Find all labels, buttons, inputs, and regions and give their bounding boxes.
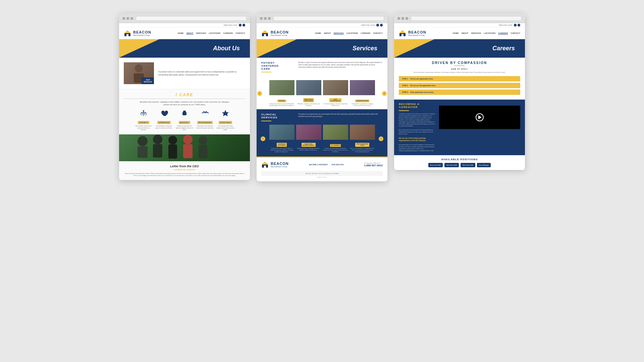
step-2-text: Fill out our full application form. <box>410 84 436 86</box>
services-carousel-1: ‹ TRAINING Training and assistance in do… <box>257 77 387 109</box>
video-player[interactable] <box>439 106 520 129</box>
mission-description: To provide homes for vulnerable adults a… <box>158 70 245 76</box>
svg-rect-22 <box>183 144 193 158</box>
services-logo[interactable]: BEACON Specialized Living <box>261 29 289 37</box>
svg-point-19 <box>168 136 177 144</box>
logo-text-group: BEACON Specialized Living <box>133 31 151 36</box>
svg-point-23 <box>199 136 207 145</box>
svg-point-3 <box>135 64 143 72</box>
facebook-icon[interactable]: f <box>239 24 241 26</box>
services-addressbar[interactable] <box>273 16 384 21</box>
careers-twitter-icon[interactable]: t <box>518 24 520 26</box>
careers-nav-about[interactable]: ABOUT <box>462 32 469 34</box>
svg-point-21 <box>183 135 193 144</box>
footer-phone[interactable]: 1.888.527.0012 <box>364 164 383 167</box>
careers-addressbar[interactable] <box>411 16 522 21</box>
step-2-num: STEP 2. <box>402 84 409 86</box>
services-twitter-icon[interactable]: t <box>380 24 383 26</box>
about-nav-links: HOME ABOUT SERVICES LOCATIONS CAREERS CO… <box>178 32 245 34</box>
svg-marker-1 <box>124 30 131 33</box>
employee-login-text[interactable]: EMPLOYEE LOGIN <box>224 24 237 26</box>
mission-image: OURMISSION <box>124 62 154 84</box>
caregiver-cta: If you like people, are caring & empathe… <box>399 144 436 152</box>
services-nav-contact[interactable]: CONTACT <box>373 32 383 34</box>
careers-nav-home[interactable]: HOME <box>453 32 459 34</box>
position-direct-care-1[interactable]: Direct Care Staff <box>428 163 443 167</box>
services-beacon-name: BEACON <box>271 31 289 34</box>
footer-become-resident[interactable]: BECOME A RESIDENT <box>309 164 328 166</box>
driven-section: DRIVEN BY COMPASSION HOW TO APPLY We are… <box>394 58 525 100</box>
careers-hero-title: Careers <box>492 45 515 52</box>
careers-logo[interactable]: BEACON Specialized Living <box>399 29 426 37</box>
nav-contact[interactable]: CONTACT <box>235 32 245 34</box>
careers-nav-contact[interactable]: CONTACT <box>511 32 520 34</box>
nav-locations[interactable]: LOCATIONS <box>209 32 221 34</box>
care-text: Coordination between care team and plann… <box>323 103 348 107</box>
browser-dots <box>122 17 133 20</box>
carousel-right-arrow[interactable]: › <box>382 91 387 96</box>
services-nav-about[interactable]: ABOUT <box>324 32 331 34</box>
advocacy-badge: ADVOCACY <box>179 121 191 124</box>
nav-services[interactable]: SERVICES <box>196 32 206 34</box>
services-logo-sub: Specialized Living <box>271 34 289 36</box>
caregiver-fastest: We are one of the fastest growing organi… <box>399 137 436 142</box>
positions-title: AVAILABLE POSITIONS <box>399 158 520 161</box>
services-facebook-icon[interactable]: f <box>376 24 379 26</box>
services-nav-home[interactable]: HOME <box>315 32 321 34</box>
clinical-right-arrow[interactable]: › <box>379 136 383 141</box>
play-triangle-icon <box>478 115 482 119</box>
nav-careers[interactable]: CAREERS <box>223 32 233 34</box>
pet-badge: PET VISITATION <box>330 144 341 147</box>
services-hero-banner: Services <box>257 39 387 58</box>
footer-phone-block: For Payments or More Info: 1.888.527.001… <box>364 162 383 167</box>
careers-nav-careers[interactable]: CAREERS <box>498 32 508 34</box>
services-nav: HOME ABOUT SERVICES LOCATIONS CAREERS CO… <box>315 32 383 34</box>
svg-marker-26 <box>262 30 268 33</box>
services-page-content: PATIENTCENTEREDCARE We offer a variety o… <box>257 58 387 181</box>
dialectical-badge: DIALECTICALBEHAVIOR THERAPY <box>302 143 316 147</box>
services-nav-careers[interactable]: CAREERS <box>361 32 370 34</box>
services-employee-login[interactable]: EMPLOYEE LOGIN <box>361 24 375 26</box>
values-row: INTEGRITY Act honestly, communicate open… <box>124 109 245 131</box>
footer-join-beacon[interactable]: JOIN BEACON <box>331 164 344 166</box>
positions-row: Direct Care Staff Direct Care Staff Dire… <box>399 163 520 167</box>
position-direct-care-3[interactable]: Direct Care Staff <box>461 163 475 167</box>
carousel-left-arrow[interactable]: ‹ <box>257 91 262 96</box>
services-browser-chrome <box>257 13 387 23</box>
services-nav-services[interactable]: SERVICES <box>334 32 344 34</box>
relationships-text: Encourage community and foster inter-res… <box>196 125 214 129</box>
play-button[interactable] <box>476 113 484 121</box>
person-centered-text: This is a core principle of our organiza… <box>350 148 375 153</box>
nav-home[interactable]: HOME <box>178 32 184 34</box>
fist-icon <box>180 109 189 117</box>
caregiver-underline <box>399 110 409 111</box>
caregiver-description: Caregivers provide 24-hour hands-on assi… <box>399 113 436 127</box>
careers-facebook-icon[interactable]: f <box>514 24 517 26</box>
service-card-transport: TRANSPORTATION Transportation to appoint… <box>350 80 375 107</box>
svg-rect-2 <box>126 34 128 36</box>
clinical-left-arrow[interactable]: ‹ <box>261 136 265 141</box>
browser-addressbar[interactable] <box>136 16 247 21</box>
position-house-manager[interactable]: House Manager <box>477 163 491 167</box>
relationships-icon-wrap <box>201 109 209 117</box>
svg-marker-29 <box>262 162 268 165</box>
services-nav-locations[interactable]: LOCATIONS <box>346 32 358 34</box>
excellence-badge: EXCELLENCE <box>219 121 232 124</box>
svg-rect-27 <box>264 34 266 36</box>
transport-badge: TRANSPORTATION <box>355 100 369 102</box>
careers-header-top: EMPLOYEE LOGIN f t <box>394 23 525 27</box>
nav-about[interactable]: ABOUT <box>186 32 194 34</box>
twitter-icon[interactable]: t <box>243 24 245 26</box>
careers-nav-locations[interactable]: LOCATIONS <box>484 32 496 34</box>
careers-employee-login[interactable]: EMPLOYEE LOGIN <box>499 24 512 26</box>
pet-image <box>323 125 348 140</box>
position-direct-care-2[interactable]: Direct Care Staff <box>444 163 459 167</box>
about-browser-chrome <box>119 13 250 23</box>
careers-site-header: BEACON Specialized Living HOME ABOUT SER… <box>394 27 525 39</box>
about-hero-banner: About Us <box>119 39 250 58</box>
careers-nav-services[interactable]: SERVICES <box>471 32 481 34</box>
caregiver-we-provide: We provide paid on-site training. The tr… <box>399 129 436 135</box>
logo-area[interactable]: BEACON Specialized Living <box>124 29 151 37</box>
careers-logo-icon <box>399 29 406 37</box>
team-silhouette-group <box>124 134 245 160</box>
